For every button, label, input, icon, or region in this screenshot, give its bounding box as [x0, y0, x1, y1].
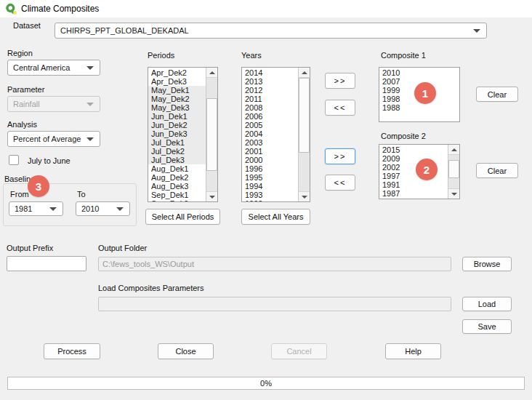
- baseline-to-select[interactable]: 2010: [76, 201, 130, 216]
- periods-scroll-track[interactable]: [206, 78, 217, 191]
- list-item[interactable]: 2010: [379, 68, 459, 77]
- add-to-composite2-button[interactable]: >>: [325, 148, 355, 164]
- load-params-label: Load Composites Parameters: [98, 284, 204, 292]
- periods-listbox[interactable]: Apr_Dek2Apr_Dek3May_Dek1May_Dek2May_Dek3…: [148, 67, 218, 202]
- list-item[interactable]: Sep_Dek1: [148, 191, 206, 199]
- scroll-down-icon[interactable]: [206, 191, 217, 201]
- scroll-up-icon[interactable]: [448, 145, 459, 155]
- output-prefix-label: Output Prefix: [7, 244, 53, 252]
- list-item[interactable]: Jul_Dek3: [148, 156, 206, 164]
- list-item[interactable]: Apr_Dek3: [148, 77, 206, 86]
- list-item[interactable]: 2004: [242, 129, 298, 138]
- list-item[interactable]: May_Dek2: [148, 95, 206, 103]
- list-item[interactable]: Jun_Dek3: [148, 129, 206, 138]
- annotation-badge-2: 2: [416, 159, 438, 180]
- process-button[interactable]: Process: [44, 343, 100, 359]
- list-item[interactable]: 2006: [242, 112, 298, 121]
- analysis-select[interactable]: Percent of Average: [7, 131, 100, 147]
- list-item[interactable]: 2009: [379, 154, 448, 163]
- save-button[interactable]: Save: [462, 319, 512, 334]
- scroll-up-icon[interactable]: [299, 68, 310, 78]
- periods-scrollbar[interactable]: [206, 68, 217, 201]
- composite2-scroll-thumb[interactable]: [448, 160, 459, 178]
- list-item[interactable]: Aug_Dek3: [148, 182, 206, 191]
- baseline-to-value: 2010: [81, 204, 99, 213]
- composite2-label: Composite 2: [381, 132, 426, 140]
- dataset-value: CHIRPS_PPT_GLOBAL_DEKADAL: [60, 26, 189, 35]
- list-item[interactable]: 1994: [242, 182, 298, 191]
- list-item[interactable]: Jul_Dek2: [148, 147, 206, 156]
- remove-from-composite1-button[interactable]: <<: [325, 100, 355, 116]
- load-button[interactable]: Load: [462, 297, 512, 311]
- region-label: Region: [7, 49, 33, 57]
- baseline-to-label: To: [77, 190, 86, 199]
- select-all-years-button[interactable]: Select All Years: [241, 209, 310, 225]
- analysis-label: Analysis: [7, 120, 37, 129]
- years-listbox[interactable]: 2014201320122011200820062005200420032001…: [241, 67, 310, 202]
- list-item[interactable]: 2008: [242, 103, 298, 112]
- list-item[interactable]: 2000: [242, 156, 298, 164]
- region-select[interactable]: Central America: [7, 60, 100, 76]
- list-item[interactable]: 2003: [242, 138, 298, 147]
- list-item[interactable]: 1995: [242, 173, 298, 182]
- progress-text: 0%: [260, 379, 272, 388]
- analysis-value: Percent of Average: [13, 135, 81, 143]
- july-to-june-checkbox[interactable]: [9, 155, 19, 165]
- scroll-down-icon[interactable]: [299, 191, 310, 201]
- baseline-from-value: 1981: [15, 204, 32, 213]
- list-item[interactable]: Sep_Dek2: [148, 199, 206, 201]
- list-item[interactable]: May_Dek1: [148, 86, 206, 95]
- list-item[interactable]: Apr_Dek2: [148, 68, 206, 77]
- close-button[interactable]: Close: [158, 343, 214, 359]
- list-item[interactable]: Jun_Dek1: [148, 112, 206, 121]
- list-item[interactable]: Jul_Dek1: [148, 138, 206, 147]
- list-item[interactable]: 1996: [242, 164, 298, 173]
- scroll-up-icon[interactable]: [206, 68, 217, 78]
- list-item[interactable]: 1992: [242, 199, 298, 201]
- list-item[interactable]: 2015: [379, 145, 448, 154]
- dataset-select[interactable]: CHIRPS_PPT_GLOBAL_DEKADAL: [55, 23, 487, 39]
- browse-button[interactable]: Browse: [462, 257, 512, 271]
- list-item[interactable]: 2012: [242, 86, 298, 95]
- cancel-button: Cancel: [271, 343, 327, 359]
- list-item[interactable]: 2013: [242, 77, 298, 86]
- scroll-down-icon[interactable]: [448, 188, 459, 199]
- years-label: Years: [241, 51, 262, 60]
- composite1-label: Composite 1: [381, 51, 426, 60]
- chevron-down-icon: [116, 207, 124, 211]
- add-to-composite1-button[interactable]: >>: [325, 73, 355, 89]
- clear-composite2-button[interactable]: Clear: [476, 163, 518, 178]
- list-item[interactable]: 2005: [242, 121, 298, 129]
- years-scroll-track[interactable]: [299, 78, 310, 191]
- remove-from-composite2-button[interactable]: <<: [325, 175, 355, 191]
- window-title: Climate Composites: [21, 4, 99, 14]
- years-scrollbar[interactable]: [298, 68, 310, 201]
- list-item[interactable]: 1987: [379, 189, 448, 198]
- list-item[interactable]: 1993: [242, 191, 298, 199]
- list-item[interactable]: Aug_Dek2: [148, 173, 206, 182]
- clear-composite1-button[interactable]: Clear: [476, 87, 518, 102]
- composite2-scroll-track[interactable]: [448, 155, 459, 188]
- chevron-down-icon: [86, 137, 94, 141]
- select-all-periods-button[interactable]: Select All Periods: [145, 209, 220, 225]
- list-item[interactable]: 2011: [242, 95, 298, 103]
- chevron-down-icon: [86, 103, 94, 106]
- list-item[interactable]: 2001: [242, 147, 298, 156]
- list-item[interactable]: 1988: [379, 103, 459, 112]
- composite2-scrollbar[interactable]: [448, 145, 459, 199]
- parameter-select: Rainfall: [7, 96, 100, 112]
- list-item[interactable]: 1997: [379, 172, 448, 180]
- load-params-input: [98, 297, 451, 311]
- list-item[interactable]: Jun_Dek2: [148, 121, 206, 129]
- help-button[interactable]: Help: [385, 343, 441, 359]
- list-item[interactable]: Aug_Dek1: [148, 164, 206, 173]
- list-item[interactable]: 2014: [242, 68, 298, 77]
- list-item[interactable]: 1991: [379, 180, 448, 189]
- climate-composites-window: Climate Composites Dataset CHIRPS_PPT_GL…: [0, 0, 532, 400]
- list-item[interactable]: May_Dek3: [148, 103, 206, 112]
- baseline-from-label: From: [10, 190, 29, 199]
- output-prefix-input[interactable]: [7, 256, 86, 271]
- baseline-from-select[interactable]: 1981: [9, 201, 63, 216]
- periods-scroll-thumb[interactable]: [206, 98, 217, 171]
- years-scroll-thumb[interactable]: [299, 78, 310, 153]
